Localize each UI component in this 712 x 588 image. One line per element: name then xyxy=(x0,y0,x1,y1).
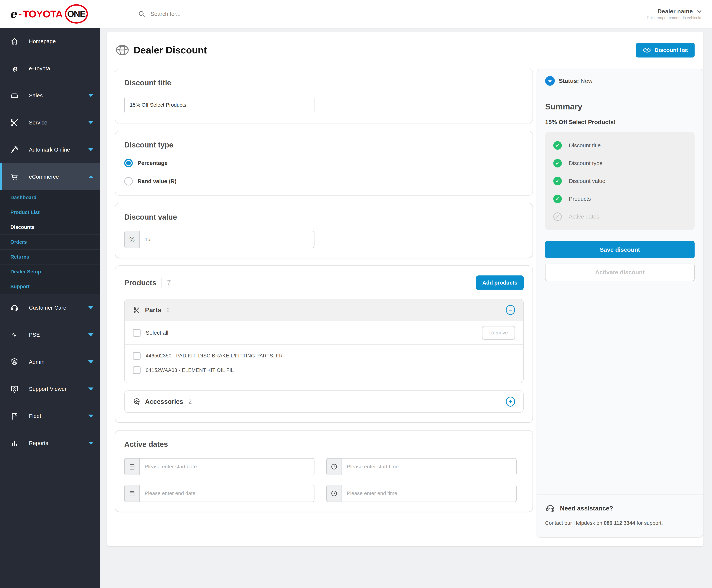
part-checkbox[interactable] xyxy=(133,352,141,360)
start-date-input[interactable] xyxy=(140,459,314,475)
sidebar-item-customer-care[interactable]: Customer Care xyxy=(0,294,100,321)
checklist-item: ✓ Discount type xyxy=(553,159,686,168)
logo-toyota: TOYOTA xyxy=(23,8,63,20)
check-done-icon: ✓ xyxy=(553,177,562,185)
activate-discount-button[interactable]: Activate discount xyxy=(545,264,695,281)
logo-one-badge: ONE xyxy=(65,4,88,24)
part-row: 04152WAA03 - ELEMENT KIT OIL FIL xyxy=(125,363,523,377)
sidebar-item-label: eCommerce xyxy=(29,174,59,180)
sidebar-subitem-returns[interactable]: Returns xyxy=(0,250,100,265)
toyota-emblem-icon xyxy=(116,44,129,56)
sidebar-subitem-discounts[interactable]: Discounts xyxy=(0,220,100,235)
sidebar-subitem-support[interactable]: Support xyxy=(0,279,100,294)
sidebar-item-pse[interactable]: PSE xyxy=(0,321,100,348)
end-date-input[interactable] xyxy=(140,485,314,502)
subitem-label: Dashboard xyxy=(10,195,37,201)
sidebar-item-service[interactable]: Service xyxy=(0,109,100,136)
sidebar-item-label: Service xyxy=(29,120,47,126)
section-heading: Discount value xyxy=(124,213,524,221)
part-label: 04152WAA03 - ELEMENT KIT OIL FIL xyxy=(146,368,234,373)
end-time-input[interactable] xyxy=(342,485,516,502)
parts-count: 2 xyxy=(167,307,170,314)
subitem-label: Discounts xyxy=(10,225,35,230)
sidebar-item-label: Homepage xyxy=(29,38,56,44)
sidebar-item-etoyota[interactable]: e e-Toyota xyxy=(0,55,100,82)
discount-list-button[interactable]: Discount list xyxy=(636,43,695,58)
check-done-icon: ✓ xyxy=(553,194,562,203)
logo-e: e xyxy=(9,7,17,20)
brand-logo[interactable]: e-TOYOTAONE xyxy=(0,4,128,24)
select-all-checkbox[interactable] xyxy=(133,329,141,337)
clock-icon xyxy=(327,459,342,475)
sidebar-subitem-dealer-setup[interactable]: Dealer Setup xyxy=(0,265,100,279)
clock-icon xyxy=(327,485,342,502)
divider xyxy=(161,278,162,288)
chevron-down-icon xyxy=(88,148,93,151)
sidebar-item-label: Reports xyxy=(29,440,48,446)
search-input[interactable] xyxy=(151,11,306,17)
part-label: 446502350 - PAD KIT, DISC BRAKE L/FITTIN… xyxy=(146,353,283,359)
chevron-down-icon xyxy=(88,360,93,363)
sidebar-item-label: Automark Online xyxy=(29,147,70,153)
sidebar: Homepage e e-Toyota Sales Service Automa… xyxy=(0,28,100,588)
sidebar-item-admin[interactable]: Admin xyxy=(0,348,100,375)
user-menu[interactable]: Dealer name Duis tempor commodo vehicula… xyxy=(647,8,712,20)
products-card: Products 7 Add products Parts 2 xyxy=(115,266,533,423)
add-products-button[interactable]: Add products xyxy=(476,275,524,290)
headset-icon xyxy=(545,503,556,513)
discount-title-card: Discount title xyxy=(115,69,533,123)
start-time-input[interactable] xyxy=(342,459,516,475)
expand-plus-icon[interactable]: + xyxy=(506,397,515,406)
check-done-icon: ✓ xyxy=(553,159,562,168)
parts-accordion: Parts 2 − Select all Remove xyxy=(124,299,524,383)
discount-value-input[interactable] xyxy=(140,231,314,248)
radio-label: Rand value (R) xyxy=(137,178,176,184)
radio-unselected-icon[interactable] xyxy=(124,177,133,186)
checklist-item: ✓ Discount value xyxy=(553,177,686,185)
discount-value-card: Discount value % xyxy=(115,203,533,258)
summary-panel: ★ Status: New Summary 15% Off Select Pro… xyxy=(537,69,703,538)
sidebar-item-fleet[interactable]: Fleet xyxy=(0,402,100,429)
sidebar-subitem-dashboard[interactable]: Dashboard xyxy=(0,190,100,205)
ecommerce-submenu: Dashboard Product List Discounts Orders … xyxy=(0,190,100,294)
chevron-up-icon xyxy=(88,175,93,178)
sidebar-subitem-product-list[interactable]: Product List xyxy=(0,205,100,220)
sidebar-item-support-viewer[interactable]: Support Viewer xyxy=(0,375,100,402)
dealer-name: Dealer name xyxy=(657,8,693,15)
radio-percentage[interactable]: Percentage xyxy=(124,159,524,167)
subitem-label: Product List xyxy=(10,210,40,215)
sidebar-item-label: Fleet xyxy=(29,413,41,419)
radio-label: Percentage xyxy=(137,160,168,166)
accessories-accordion-header[interactable]: Accessories 2 + xyxy=(125,391,523,412)
discount-title-input[interactable] xyxy=(124,97,315,113)
sidebar-item-ecommerce[interactable]: eCommerce xyxy=(0,163,100,190)
sidebar-item-homepage[interactable]: Homepage xyxy=(0,28,100,55)
discount-value-group: % xyxy=(124,231,315,248)
save-discount-button[interactable]: Save discount xyxy=(545,241,695,258)
assistance-section: Need assistance? Contact our Helpdesk on… xyxy=(537,495,703,537)
calendar-icon xyxy=(125,485,140,502)
sidebar-subitem-orders[interactable]: Orders xyxy=(0,235,100,250)
part-checkbox[interactable] xyxy=(133,366,141,374)
sidebar-item-label: Admin xyxy=(29,359,44,365)
helpdesk-phone: 086 112 3344 xyxy=(604,520,635,526)
radio-rand-value[interactable]: Rand value (R) xyxy=(124,177,524,186)
assist-text-after: for support. xyxy=(635,520,663,526)
form-column: Discount title Discount type Percentage … xyxy=(115,69,533,512)
check-pending-icon: ✓ xyxy=(553,212,562,221)
remove-button[interactable]: Remove xyxy=(482,326,515,340)
assistance-text: Contact our Helpdesk on 086 112 3344 for… xyxy=(545,520,695,526)
home-icon xyxy=(10,37,19,46)
sidebar-item-automark[interactable]: Automark Online xyxy=(0,136,100,163)
radio-selected-icon[interactable] xyxy=(124,159,133,167)
start-time-group xyxy=(326,458,517,475)
sidebar-item-reports[interactable]: Reports xyxy=(0,429,100,457)
sidebar-item-sales[interactable]: Sales xyxy=(0,82,100,109)
status-row: ★ Status: New xyxy=(537,69,703,93)
app: e-TOYOTAONE Dealer name Duis tempor comm… xyxy=(0,0,712,588)
top-bar: e-TOYOTAONE Dealer name Duis tempor comm… xyxy=(0,0,712,28)
parts-accordion-header[interactable]: Parts 2 − xyxy=(125,299,523,321)
e-toyota-icon: e xyxy=(10,64,19,73)
collapse-minus-icon[interactable]: − xyxy=(506,305,515,315)
section-heading: Products xyxy=(124,279,156,287)
